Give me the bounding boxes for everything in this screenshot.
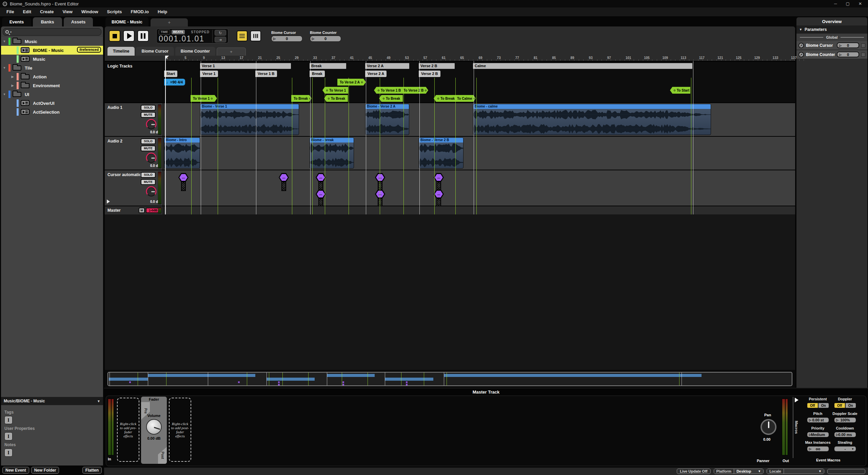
new-event-tab-button[interactable]: + — [151, 18, 188, 26]
macro-value-field[interactable]: ▷oo — [807, 446, 829, 452]
macro-field-pitch[interactable]: ▷0.00 st — [807, 417, 829, 423]
track-audio-1-lane[interactable]: Biome - Verse 1Biome - Verse 2 ABiome - … — [163, 103, 795, 136]
macro-value-field[interactable]: ▷0.00 st — [807, 417, 829, 423]
chevron-down-icon[interactable]: ▼ — [97, 399, 100, 403]
macro-value-field[interactable]: ▷0.00 ms — [834, 432, 856, 438]
edit-user-properties-button[interactable]: I — [4, 432, 13, 440]
transition-marker[interactable]: To Break — [379, 95, 403, 102]
marker-3[interactable]: Break — [310, 71, 325, 77]
tree-item-ui[interactable]: ▼UI — [1, 90, 103, 99]
audio-clip[interactable]: Biome - Verse 2 B — [419, 137, 463, 169]
macro-toggle-persistent[interactable]: OffOn — [807, 402, 829, 408]
menu-view[interactable]: View — [58, 7, 77, 16]
marker-0[interactable]: Start — [164, 71, 177, 77]
audio-clip[interactable]: Biome - Verse 1 — [200, 104, 299, 135]
macros-expand-icon[interactable] — [795, 398, 798, 402]
search-input[interactable]: ▾ — [3, 28, 101, 36]
edit-tags-button[interactable]: I — [4, 416, 13, 424]
beats-mode-button[interactable]: BEATS — [172, 30, 185, 34]
transition-marker[interactable]: To Break — [324, 95, 348, 102]
transition-marker[interactable]: To Verse 2 B — [401, 87, 428, 94]
toggle-option-on[interactable]: On — [818, 403, 829, 408]
menu-window[interactable]: Window — [77, 7, 103, 16]
audio-clip[interactable]: Biome - Verse 2 A — [365, 104, 409, 135]
post-fader-effects-slot[interactable]: Right-click to add post-fader effects — [169, 398, 191, 462]
track-expand-icon[interactable] — [107, 200, 110, 204]
lanes-view-button[interactable] — [250, 31, 261, 41]
parameter-row-biome-cursor[interactable]: ↗Biome Cursor▷0 — [796, 41, 867, 50]
minimize-button[interactable]: ─ — [834, 1, 837, 6]
edit-notes-button[interactable]: I — [4, 449, 13, 457]
menu-scripts[interactable]: Scripts — [103, 7, 126, 16]
close-button[interactable]: ✕ — [859, 1, 862, 6]
automation-trigger-marker[interactable]: ... — [375, 190, 385, 206]
stop-button[interactable] — [109, 30, 120, 42]
tree-caret-icon[interactable]: ▶ — [11, 75, 15, 78]
macro-field-priority[interactable]: ▷Medium — [807, 432, 829, 438]
new-event-button[interactable]: New Event — [2, 467, 29, 474]
transition-marker[interactable]: To Verse 2 A — [337, 79, 366, 86]
audio-clip[interactable]: Biome - Intro — [164, 137, 200, 169]
tracks-view-button[interactable] — [237, 31, 248, 41]
menu-file[interactable]: File — [2, 7, 18, 16]
master-track-lane[interactable] — [163, 206, 795, 214]
selection-header[interactable]: Music/BIOME - Music ▼ — [1, 397, 103, 405]
menu-help[interactable]: Help — [153, 7, 172, 16]
solo-button[interactable]: SOLO — [141, 172, 156, 178]
parameter-value-field[interactable]: ▷0 — [837, 52, 859, 57]
pan-knob[interactable] — [761, 419, 776, 435]
marker-5[interactable]: Verse 2 B — [419, 71, 440, 77]
sheet-tab-biome-cursor[interactable]: Biome Cursor — [136, 47, 174, 56]
tree-item-biome-music[interactable]: BIOME - Music#referenced — [1, 46, 103, 55]
mute-button[interactable]: MUTE — [141, 179, 156, 185]
pause-button[interactable] — [137, 30, 149, 42]
automation-trigger-marker[interactable]: ... — [316, 173, 326, 191]
automation-trigger-marker[interactable]: ... — [434, 173, 444, 191]
mute-button[interactable]: MUTE — [141, 146, 156, 151]
counter-value-field[interactable]: ▷0 — [271, 36, 302, 42]
search-filter-caret-icon[interactable]: ▾ — [10, 31, 12, 34]
toggle-option-off[interactable]: Off — [834, 403, 845, 408]
tree-item-actselection[interactable]: ActSelection — [1, 108, 103, 116]
automation-trigger-marker[interactable]: ... — [178, 173, 189, 191]
audio-clip[interactable]: Biome - calme — [473, 104, 711, 135]
volume-knob[interactable] — [146, 419, 162, 435]
parameter-checkbox[interactable] — [861, 43, 865, 48]
tab-biome-music[interactable]: BIOME - Music — [105, 17, 149, 26]
sidebar-tab-assets[interactable]: Assets — [64, 17, 93, 26]
audio-clip[interactable]: Biome - break — [310, 137, 354, 169]
tree-item-tile[interactable]: ▼Tile — [1, 63, 103, 72]
tree-item-actoverui[interactable]: ActOverUI — [1, 99, 103, 108]
transition-marker[interactable]: To Break — [291, 95, 312, 102]
counter-value-field[interactable]: ▷0 — [310, 36, 341, 42]
maximize-button[interactable]: ▢ — [846, 1, 850, 6]
transition-marker[interactable]: To Verse 1 B — [374, 87, 401, 94]
macro-field-stealing[interactable]: -▼ — [834, 446, 856, 452]
macro-value-field[interactable]: -▼ — [834, 446, 856, 452]
locale-selector[interactable]: Locale ▼ — [767, 469, 824, 474]
macro-field-cooldown[interactable]: ▷0.00 ms — [834, 432, 856, 438]
flatten-button[interactable]: Flatten — [82, 467, 102, 474]
gain-knob[interactable] — [145, 185, 158, 200]
track-cursor-automation-lane[interactable]: ........................ — [163, 170, 795, 206]
automation-trigger-marker[interactable]: ... — [316, 190, 326, 206]
menu-create[interactable]: Create — [36, 7, 58, 16]
new-sheet-tab-button[interactable]: + — [217, 48, 246, 56]
tempo-marker[interactable]: ♩=90 4/4 — [164, 79, 185, 86]
parameter-row-biome-counter[interactable]: ↗Biome Counter▷0 — [796, 50, 867, 59]
loop-playback-button[interactable]: ↻ — [215, 30, 226, 36]
sidebar-tab-events[interactable]: Events — [2, 17, 31, 26]
sheet-tab-timeline[interactable]: Timeline — [107, 47, 135, 56]
play-button[interactable] — [123, 30, 135, 42]
tree-item-music[interactable]: Music — [1, 55, 103, 63]
region-3[interactable]: Verse 2 B — [419, 63, 455, 69]
tree-item-action[interactable]: ▶Action — [1, 72, 103, 81]
fader-unit[interactable]: Fader Pre Post Volume 0.00 dB — [141, 396, 167, 464]
parameter-value-field[interactable]: ▷0 — [837, 42, 859, 48]
tree-caret-icon[interactable]: ▼ — [2, 40, 6, 43]
region-0[interactable]: Verse 1 — [200, 63, 291, 69]
logic-track-lane[interactable]: Verse 1BreakVerse 2 AVerse 2 BCalmeStart… — [163, 62, 795, 102]
parameters-section-header[interactable]: ▼ Parameters — [796, 25, 867, 34]
region-4[interactable]: Calme — [473, 63, 692, 69]
macro-toggle-doppler[interactable]: OffOn — [834, 402, 856, 408]
